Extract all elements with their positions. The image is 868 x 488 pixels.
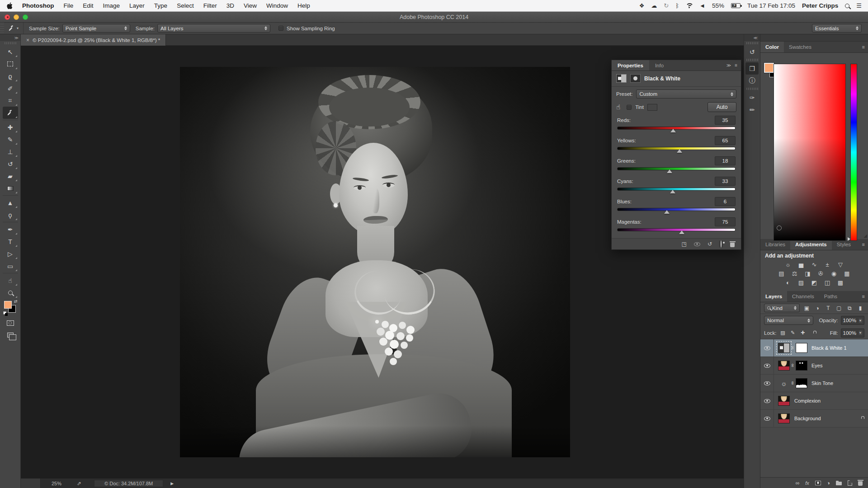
layer-row-eyes[interactable]: ∞ Eyes — [760, 357, 868, 375]
blur-tool[interactable]: ▲ — [3, 197, 18, 209]
clip-to-layer-icon[interactable]: ◳ — [682, 241, 687, 247]
layer-name[interactable]: Complexion — [794, 398, 821, 404]
preset-dropdown[interactable]: Custom — [636, 89, 736, 99]
layer-mask-thumbnail[interactable] — [796, 343, 807, 353]
layer-style-icon[interactable]: fx — [805, 480, 809, 486]
wifi-icon[interactable] — [686, 3, 693, 8]
clone-stamp-tool[interactable]: ⊥ — [3, 145, 18, 158]
opacity-field[interactable]: 100%▾ — [841, 316, 864, 325]
layer-row-complexion[interactable]: Complexion — [760, 392, 868, 410]
hue-marker[interactable] — [848, 237, 852, 241]
greens-thumb[interactable] — [667, 169, 672, 173]
blues-thumb[interactable] — [664, 210, 670, 214]
hand-tool[interactable]: ☝ — [3, 274, 18, 286]
greens-value-field[interactable]: 18 — [715, 156, 736, 165]
workspace-dropdown[interactable]: Essentials — [812, 24, 862, 33]
new-layer-icon[interactable] — [848, 480, 852, 486]
dropbox-icon[interactable]: ❖ — [639, 2, 645, 9]
layer-name[interactable]: Black & White 1 — [811, 345, 847, 351]
quick-selection-tool[interactable]: ✐ — [3, 82, 18, 94]
move-tool[interactable]: ↖ — [3, 46, 18, 58]
sample-dropdown[interactable]: All Layers — [157, 24, 270, 33]
vibrance-icon[interactable]: ▽ — [836, 261, 845, 268]
volume-icon[interactable]: ◄ — [699, 2, 705, 9]
color-balance-icon[interactable]: ⚖ — [790, 270, 799, 277]
layer-thumbnail[interactable] — [778, 361, 790, 371]
battery-icon[interactable]: ⚡ — [731, 3, 741, 8]
zoom-level-field[interactable]: 25% — [52, 481, 61, 486]
color-field-marker[interactable] — [777, 225, 782, 230]
brightness-adjustment-thumbnail[interactable]: ☼ — [778, 378, 790, 388]
type-tool[interactable]: T — [3, 235, 18, 248]
filter-smart-objects-icon[interactable]: ⧉ — [846, 305, 854, 311]
sample-size-dropdown[interactable]: Point Sample — [62, 24, 130, 33]
layer-filter-dropdown[interactable]: Kind — [764, 304, 800, 312]
eyedropper-tool[interactable] — [3, 107, 18, 119]
threshold-icon[interactable]: ◩ — [810, 279, 819, 286]
collapse-panel-icon[interactable]: ≫ — [726, 63, 731, 68]
layer-name[interactable]: Background — [794, 416, 821, 421]
gradient-tool[interactable] — [3, 182, 18, 194]
menu-filter[interactable]: Filter — [203, 2, 217, 9]
delete-layer-icon[interactable] — [858, 481, 863, 486]
gradient-map-icon[interactable]: ▩ — [836, 279, 845, 286]
selective-color-icon[interactable]: ◫ — [823, 279, 832, 286]
visibility-toggle[interactable] — [760, 410, 774, 427]
foreground-color-swatch[interactable] — [4, 301, 12, 309]
menu-image[interactable]: Image — [103, 2, 120, 9]
filter-type-layers-icon[interactable]: T — [824, 305, 832, 311]
black-white-icon[interactable]: ◨ — [803, 270, 812, 277]
brush-panel-icon[interactable]: ✏ — [745, 103, 759, 116]
layer-mask-thumbnail[interactable] — [796, 361, 807, 371]
user-menu[interactable]: Peter Cripps — [802, 2, 838, 9]
mask-link-icon[interactable]: ∞ — [790, 363, 796, 368]
current-tool-button[interactable]: ▾ — [4, 23, 24, 34]
tab-layers[interactable]: Layers — [760, 291, 787, 302]
tab-properties[interactable]: Properties — [612, 60, 649, 70]
saturation-brightness-field[interactable] — [774, 64, 846, 241]
lock-position-icon[interactable]: ✚ — [799, 330, 807, 336]
blues-value-field[interactable]: 6 — [715, 197, 736, 206]
shape-tool[interactable]: ▭ — [3, 260, 18, 272]
brush-tool[interactable]: ✎ — [3, 133, 18, 145]
eraser-tool[interactable]: ▰ — [3, 170, 18, 182]
fill-field[interactable]: 100%▾ — [841, 328, 864, 338]
doc-size-readout[interactable]: © Doc: 34.2M/107.8M — [94, 480, 163, 487]
brush-presets-panel-icon[interactable]: ✑ — [745, 91, 759, 103]
greens-track[interactable] — [617, 167, 736, 170]
magentas-value-field[interactable]: 75 — [715, 217, 736, 226]
close-tab-icon[interactable]: × — [26, 37, 29, 43]
reset-adjustment-icon[interactable]: ↺ — [708, 241, 712, 247]
screen-mode-button[interactable] — [3, 329, 18, 341]
menu-select[interactable]: Select — [177, 2, 194, 9]
info-panel-icon[interactable]: ⓘ — [745, 75, 759, 87]
yellows-thumb[interactable] — [677, 149, 682, 153]
default-colors-icon[interactable] — [3, 311, 6, 314]
tab-paths[interactable]: Paths — [819, 291, 842, 302]
link-layers-icon[interactable]: ∞ — [796, 480, 800, 486]
magentas-track[interactable] — [617, 228, 736, 231]
properties-panel-icon[interactable]: ❒ — [745, 62, 759, 75]
delete-adjustment-icon[interactable] — [730, 243, 735, 247]
layer-name[interactable]: Skin Tone — [811, 380, 833, 386]
rectangular-marquee-tool[interactable] — [3, 58, 18, 70]
color-panel-menu-icon[interactable]: ≡ — [862, 42, 868, 52]
reds-thumb[interactable] — [670, 129, 676, 132]
view-previous-state-icon[interactable] — [694, 242, 700, 246]
quick-mask-button[interactable] — [3, 317, 18, 329]
channel-mixer-icon[interactable]: ◉ — [830, 270, 839, 277]
layer-thumbnail[interactable] — [778, 396, 790, 406]
add-mask-icon[interactable] — [815, 481, 821, 485]
layer-name[interactable]: Eyes — [811, 363, 822, 368]
foreground-swatch[interactable] — [764, 63, 774, 73]
yellows-value-field[interactable]: 65 — [715, 136, 736, 145]
curves-icon[interactable]: ∿ — [810, 261, 819, 268]
canvas-image[interactable] — [180, 67, 570, 457]
notification-center-icon[interactable]: ☰ — [856, 2, 862, 9]
bw-adjustment-thumbnail[interactable] — [778, 343, 790, 353]
layer-row-skin-tone[interactable]: ☼ ∞ Skin Tone — [760, 375, 868, 392]
yellows-track[interactable] — [617, 147, 736, 150]
cyans-thumb[interactable] — [670, 190, 675, 193]
tint-checkbox[interactable] — [627, 105, 632, 110]
color-lookup-icon[interactable]: ▦ — [843, 270, 852, 277]
